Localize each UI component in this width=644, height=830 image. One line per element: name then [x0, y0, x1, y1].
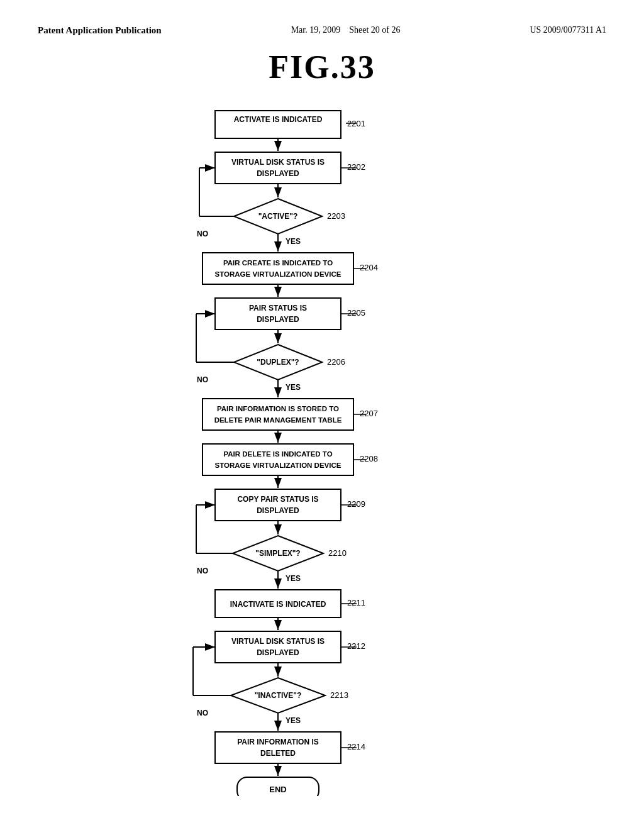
sheet-info: Sheet 20 of 26 [349, 25, 400, 35]
yes-label-2210: YES [286, 574, 301, 583]
yes-label-2203: YES [286, 237, 301, 246]
label-2212b: DISPLAYED [257, 648, 299, 657]
label-2209b: DISPLAYED [257, 506, 299, 515]
label-2207b: DELETE PAIR MANAGEMENT TABLE [214, 416, 342, 424]
box-2212 [215, 631, 341, 663]
label-2214b: DELETED [260, 749, 296, 758]
num-2208: 2208 [360, 454, 378, 463]
label-2211: INACTIVATE IS INDICATED [230, 600, 326, 609]
label-2212a: VIRTUAL DISK STATUS IS [231, 637, 325, 646]
box-2214 [215, 732, 341, 763]
num-2209: 2209 [347, 499, 365, 509]
box-2207 [203, 399, 353, 430]
label-2210: "SIMPLEX"? [255, 549, 300, 558]
yes-label-2213: YES [286, 716, 301, 725]
num-2214: 2214 [347, 742, 365, 751]
num-2207: 2207 [360, 409, 378, 418]
label-2202a: VIRTUAL DISK STATUS IS [231, 158, 325, 167]
label-2213: "INACTIVE"? [255, 691, 302, 700]
flowchart: ACTIVATE IS INDICATED 2201 VIRTUAL DISK … [140, 104, 504, 796]
no-label-2206: NO [197, 375, 208, 384]
patent-number: US 2009/0077311 A1 [530, 25, 606, 35]
label-2214a: PAIR INFORMATION IS [237, 738, 319, 746]
num-2211: 2211 [347, 598, 365, 607]
label-2205b: DISPLAYED [257, 315, 299, 324]
label-2206: "DUPLEX"? [257, 358, 299, 367]
num-2212: 2212 [347, 641, 365, 651]
header-right: US 2009/0077311 A1 [530, 25, 606, 35]
pub-date: Mar. 19, 2009 [291, 25, 341, 35]
label-2208a: PAIR DELETE IS INDICATED TO [223, 450, 332, 458]
box-2209 [215, 489, 341, 521]
label-2209a: COPY PAIR STATUS IS [237, 495, 318, 504]
label-2207a: PAIR INFORMATION IS STORED TO [217, 405, 339, 412]
label-2208b: STORAGE VIRTUALIZATION DEVICE [215, 462, 341, 469]
num-2202: 2202 [347, 162, 365, 172]
num-2204: 2204 [360, 263, 378, 272]
num-2206: 2206 [327, 357, 345, 367]
no-label-2203: NO [197, 230, 208, 238]
fig-title: FIG.33 [38, 48, 606, 86]
label-2201: ACTIVATE IS INDICATED [234, 115, 323, 124]
label-2202b: DISPLAYED [257, 169, 299, 178]
publication-label: Patent Application Publication [38, 25, 162, 35]
box-2204 [203, 253, 353, 284]
box-2208 [203, 444, 353, 475]
label-2204b: STORAGE VIRTUALIZATION DEVICE [215, 270, 341, 278]
num-2203: 2203 [327, 211, 345, 221]
header: Patent Application Publication Mar. 19, … [38, 25, 606, 36]
header-center: Mar. 19, 2009 Sheet 20 of 26 [291, 25, 401, 35]
box-2202 [215, 152, 341, 184]
num-2213: 2213 [330, 690, 348, 700]
yes-label-2206: YES [286, 383, 301, 392]
num-2205: 2205 [347, 308, 365, 318]
label-end: END [269, 785, 286, 794]
box-2205 [215, 298, 341, 329]
label-2205a: PAIR STATUS IS [249, 304, 307, 313]
num-2210: 2210 [328, 548, 347, 558]
label-2203: "ACTIVE"? [258, 212, 298, 221]
no-label-2213: NO [197, 709, 208, 717]
no-label-2210: NO [197, 567, 208, 575]
label-2204a: PAIR CREATE IS INDICATED TO [223, 259, 333, 267]
header-left: Patent Application Publication [38, 25, 162, 36]
page: Patent Application Publication Mar. 19, … [0, 0, 644, 830]
